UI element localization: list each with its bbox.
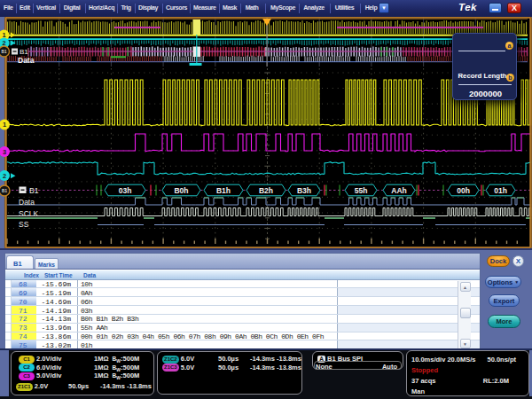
svg-text:B1h: B1h	[216, 186, 231, 195]
svg-text:B3h: B3h	[297, 186, 311, 195]
svg-text:B1: B1	[2, 50, 7, 54]
svg-text:B1: B1	[2, 189, 7, 193]
svg-text:55h: 55h	[355, 186, 368, 195]
svg-text:Data: Data	[18, 56, 35, 65]
svg-text:2: 2	[3, 172, 6, 180]
svg-text:00h: 00h	[457, 186, 470, 195]
svg-text:SCLK: SCLK	[19, 209, 39, 218]
svg-text:3: 3	[3, 148, 6, 156]
svg-text:B1: B1	[29, 186, 39, 195]
svg-text:B1: B1	[20, 48, 28, 56]
svg-text:01h: 01h	[494, 186, 507, 195]
svg-text:SS: SS	[19, 220, 29, 229]
svg-text:1: 1	[3, 121, 6, 129]
svg-text:03h: 03h	[119, 186, 132, 195]
svg-text:AAh: AAh	[391, 186, 406, 195]
svg-text:B0h: B0h	[174, 186, 188, 195]
svg-text:B2h: B2h	[259, 186, 273, 195]
svg-text:Data: Data	[19, 198, 35, 207]
